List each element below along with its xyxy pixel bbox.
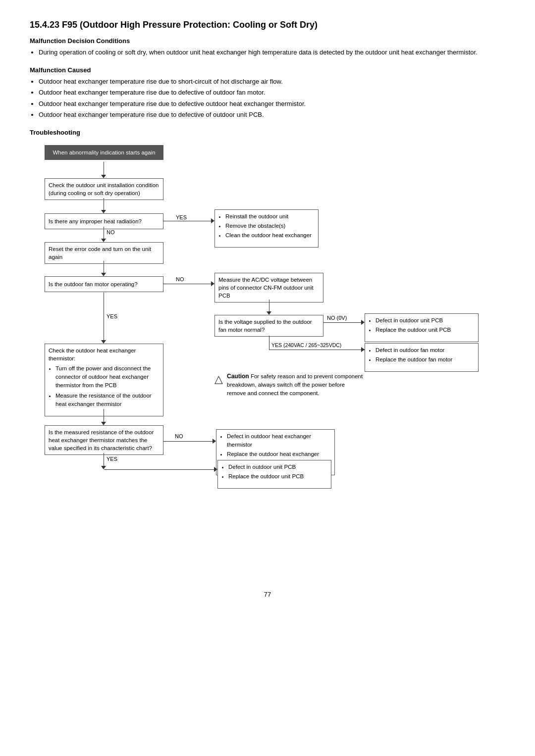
page-title: 15.4.23 F95 (Outdoor High Pressure Prote… xyxy=(30,20,505,30)
fc-box-defect-pcb: Defect in outdoor unit PCB Replace the o… xyxy=(365,313,479,343)
arrowhead-no1 xyxy=(101,239,106,242)
arrowhead-no3 xyxy=(361,320,365,325)
arrow-no3-h xyxy=(323,322,363,323)
arrowhead-no4 xyxy=(213,439,216,444)
arrowhead-yes4-r xyxy=(214,467,217,472)
section1-heading: Malfunction Decision Conditions xyxy=(30,37,505,45)
fc-box-start: When abnormality indication starts again xyxy=(45,145,163,160)
label-yes-fan: YES xyxy=(107,313,117,319)
malfunction-caused-item: Outdoor heat exchanger temperature rise … xyxy=(39,99,505,109)
arrow-no2-h xyxy=(163,284,213,284)
fc-box-fan-operating: Is the outdoor fan motor operating? xyxy=(45,276,163,292)
arrowhead-measure xyxy=(267,311,271,315)
malfunction-caused-item: Outdoor heat exchanger temperature rise … xyxy=(39,88,505,98)
fc-box-measured-matches: Is the measured resistance of the outdoo… xyxy=(45,425,163,455)
arrowhead1 xyxy=(101,175,106,178)
arrow-yes3-down xyxy=(269,336,269,350)
section2-heading: Malfunction Caused xyxy=(30,66,505,74)
fc-box-check-thermistor: Check the outdoor heat exchanger thermis… xyxy=(45,344,163,417)
label-yes1: YES xyxy=(176,214,187,220)
arrowhead3 xyxy=(101,273,106,276)
arrow-yes1-h xyxy=(163,221,213,221)
arrowhead2 xyxy=(101,210,106,213)
malfunction-caused-item: Outdoor heat exchanger temperature rise … xyxy=(39,77,505,87)
page-number: 77 xyxy=(30,591,505,598)
caution-icon: △ xyxy=(214,371,223,387)
fc-box-voltage-normal: Is the voltage supplied to the outdoor f… xyxy=(214,315,323,337)
arrow-no4-h xyxy=(163,441,214,442)
arrowhead-thermistor xyxy=(101,422,106,425)
fc-box-defect-fan: Defect in outdoor fan motor Replace the … xyxy=(365,343,479,372)
fc-box-check-install: Check the outdoor unit installation cond… xyxy=(45,178,163,200)
arrow-yes-fan-down xyxy=(104,293,104,342)
label-yes4: YES xyxy=(107,456,117,462)
fc-box-reinstall: Reinstall the outdoor unit Remove the ob… xyxy=(214,209,319,248)
label-no1: NO xyxy=(107,229,115,235)
arrowhead-yes4 xyxy=(101,466,106,469)
label-no4: NO xyxy=(175,433,183,439)
arrowhead-no2 xyxy=(211,281,214,286)
section-malfunction-caused: Malfunction Caused Outdoor heat exchange… xyxy=(30,66,505,120)
arrowhead-yes1 xyxy=(211,218,214,223)
section-malfunction-decision: Malfunction Decision Conditions During o… xyxy=(30,37,505,57)
fc-box-measure-ac: Measure the AC/DC voltage between pins o… xyxy=(214,273,323,302)
section1-text: During operation of cooling or soft dry,… xyxy=(39,48,505,57)
label-no3: NO (0V) xyxy=(327,315,347,321)
fc-box-defect-pcb2: Defect in outdoor unit PCB Replace the o… xyxy=(217,460,331,489)
fc-box-improper: Is there any improper heat radiation? xyxy=(45,213,163,229)
arrowhead-yes-fan xyxy=(101,340,106,344)
label-no2: NO xyxy=(176,276,184,282)
caution-box: △ Caution For safety reason and to preve… xyxy=(214,372,363,398)
arrowhead-yes3 xyxy=(361,347,365,352)
section3-heading: Troubleshooting xyxy=(30,129,505,136)
label-yes3: YES (240VAC / 265~325VDC) xyxy=(271,342,341,348)
malfunction-caused-list: Outdoor heat exchanger temperature rise … xyxy=(39,77,505,120)
arrow-yes4-h xyxy=(104,469,216,470)
malfunction-caused-item: Outdoor heat exchanger temperature rise … xyxy=(39,110,505,120)
arrow-yes3-h xyxy=(269,350,365,350)
flowchart: When abnormality indication starts again… xyxy=(30,145,505,576)
section-troubleshooting: Troubleshooting xyxy=(30,129,505,136)
fc-box-reset: Reset the error code and turn on the uni… xyxy=(45,242,163,264)
